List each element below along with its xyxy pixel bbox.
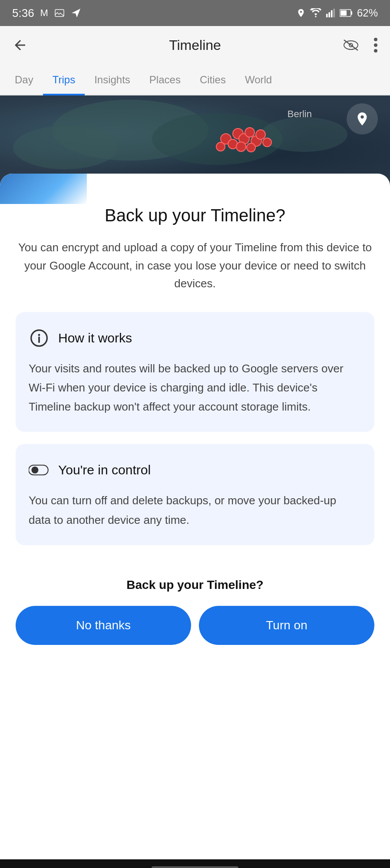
- svg-point-22: [245, 128, 254, 137]
- svg-rect-2: [328, 12, 330, 17]
- time-display: 5:36: [12, 7, 34, 20]
- map-pin-button[interactable]: [347, 103, 378, 135]
- tab-insights[interactable]: Insights: [85, 74, 140, 95]
- control-body: You can turn off and delete backups, or …: [29, 491, 361, 529]
- svg-point-34: [31, 467, 38, 473]
- svg-point-25: [247, 143, 255, 152]
- gmail-icon: M: [40, 7, 48, 19]
- svg-rect-7: [340, 10, 347, 16]
- svg-rect-6: [351, 11, 352, 15]
- svg-point-26: [256, 130, 265, 139]
- battery-percentage: 62%: [357, 7, 378, 19]
- status-right: 62%: [296, 7, 378, 19]
- location-status-icon: [296, 8, 306, 18]
- tabs-bar: Day Trips Insights Places Cities World: [0, 64, 390, 95]
- nav-icons: [340, 36, 380, 55]
- svg-point-31: [38, 334, 40, 335]
- bottom-question: Back up your Timeline?: [16, 578, 374, 592]
- sheet-accent: [0, 174, 87, 204]
- svg-point-27: [263, 138, 271, 147]
- control-title: You're in control: [58, 463, 151, 477]
- svg-line-9: [344, 40, 358, 50]
- how-it-works-title: How it works: [58, 331, 132, 345]
- bottom-sheet: Back up your Timeline? You can encrypt a…: [0, 174, 390, 859]
- how-it-works-card: How it works Your visits and routes will…: [16, 312, 374, 432]
- svg-point-28: [216, 142, 225, 151]
- svg-point-12: [374, 43, 377, 47]
- signal-icon: [326, 8, 335, 18]
- no-thanks-button[interactable]: No thanks: [16, 606, 191, 645]
- control-card: You're in control You can turn off and d…: [16, 444, 374, 545]
- how-it-works-header: How it works: [29, 328, 361, 349]
- action-buttons: No thanks Turn on: [16, 606, 374, 645]
- tab-cities[interactable]: Cities: [190, 74, 235, 95]
- tab-trips[interactable]: Trips: [43, 74, 85, 95]
- tab-day[interactable]: Day: [5, 74, 43, 95]
- bottom-action-area: Back up your Timeline? No thanks Turn on: [16, 557, 374, 645]
- control-header: You're in control: [29, 460, 361, 480]
- top-nav: Timeline: [0, 26, 390, 64]
- svg-rect-3: [331, 10, 333, 18]
- hide-icon-button[interactable]: [340, 36, 361, 54]
- sheet-description: You can encrypt and upload a copy of you…: [16, 239, 374, 293]
- svg-point-11: [374, 38, 377, 41]
- svg-point-17: [261, 117, 347, 152]
- sheet-title: Back up your Timeline?: [16, 204, 374, 227]
- turn-on-button[interactable]: Turn on: [199, 606, 374, 645]
- home-indicator: [0, 859, 390, 868]
- status-left: 5:36 M: [12, 7, 81, 20]
- wifi-icon: [310, 8, 321, 18]
- more-options-button[interactable]: [372, 36, 380, 55]
- toggle-icon: [29, 460, 50, 480]
- svg-point-15: [13, 126, 117, 169]
- send-icon: [71, 8, 81, 18]
- how-it-works-body: Your visits and routes will be backed up…: [29, 359, 361, 417]
- info-circle-icon: [29, 328, 50, 349]
- page-title: Timeline: [169, 37, 221, 53]
- status-bar: 5:36 M 62%: [0, 0, 390, 26]
- svg-rect-4: [333, 9, 335, 17]
- svg-point-24: [236, 142, 246, 151]
- image-icon: [54, 8, 65, 18]
- map-city-label: Berlin: [288, 108, 312, 120]
- battery-icon: [340, 8, 353, 18]
- tab-places[interactable]: Places: [140, 74, 190, 95]
- svg-point-13: [374, 49, 377, 53]
- tab-world[interactable]: World: [235, 74, 281, 95]
- home-bar: [152, 866, 238, 868]
- svg-rect-1: [326, 14, 328, 17]
- back-button[interactable]: [10, 36, 30, 55]
